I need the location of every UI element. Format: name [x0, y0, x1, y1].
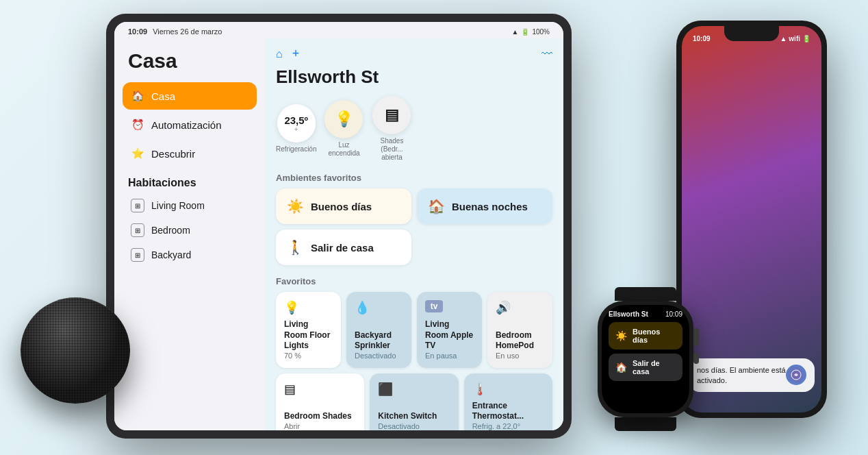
room-icon-living: ⊞ [131, 199, 144, 212]
sidebar-room-living[interactable]: ⊞ Living Room [123, 193, 257, 218]
status-pill-temp[interactable]: 23,5º + Refrigeración [276, 104, 316, 153]
watch-band-bottom [615, 417, 676, 431]
sidebar-item-descubrir[interactable]: ⭐ Descubrir [123, 140, 257, 167]
floor-lights-icon: 💡 [284, 300, 333, 315]
sidebar-descubrir-label: Descubrir [151, 148, 195, 160]
ipad-topbar: 10:09 Viernes 26 de marzo ▲ 🔋 100% [114, 22, 563, 38]
watch-button [693, 353, 699, 364]
homepod-name: Bedroom HomePod [496, 330, 544, 352]
sprinkler-name: Backyard Sprinkler [355, 330, 403, 352]
shades-circle: ▤ [372, 96, 411, 134]
sidebar-item-casa[interactable]: 🏠 Casa [123, 82, 257, 110]
ipad-time: 10:09 [128, 27, 147, 36]
iphone-screen: 10:09 ▲ wifi 🔋 nos días. El ambiente est… [682, 26, 821, 413]
kitchen-switch-name: Kitchen Switch [378, 411, 450, 422]
device-apple-tv[interactable]: tv Living Room Apple TV En pausa [417, 292, 482, 368]
watch-app-name: Ellsworth St [609, 310, 648, 318]
scene-buenas-noches[interactable]: 🏠 Buenas noches [417, 188, 552, 224]
buenas-noches-label: Buenas noches [452, 201, 528, 212]
shades-name: Bedroom Shades [284, 411, 356, 422]
device-kitchen-switch[interactable]: ⬛ Kitchen Switch Desactivado [370, 373, 458, 430]
main-container: 10:09 Viernes 26 de marzo ▲ 🔋 100% Casa [0, 0, 868, 455]
status-pill-light[interactable]: 💡 Luz encendida [324, 100, 363, 158]
room-icon-backyard: ⊞ [131, 248, 144, 262]
watch-wrapper: Ellsworth St 10:09 ☀️ Buenos días 🏠 Sali… [591, 287, 700, 431]
kitchen-switch-status: Desactivado [378, 422, 450, 430]
watch-salir-icon: 🏠 [615, 362, 627, 373]
home-nav-icon[interactable]: ⌂ [276, 48, 283, 60]
main-topbar: ⌂ + 〰 [276, 47, 552, 61]
room-bedroom-label: Bedroom [151, 225, 190, 236]
ipad-status-icons: ▲ 🔋 100% [512, 28, 550, 36]
sidebar-title: Casa [123, 49, 257, 73]
siri-indicator [786, 365, 806, 385]
ipad-date: Viernes 26 de marzo [153, 27, 222, 36]
salir-icon: 🚶 [287, 239, 304, 256]
watch-salir-label: Salir de casa [633, 359, 676, 376]
iphone-notch [724, 26, 779, 41]
homepod-body [21, 297, 130, 404]
sprinkler-icon: 💧 [355, 300, 403, 315]
watch-scene-buenos-dias[interactable]: ☀️ Buenos días [609, 322, 682, 349]
battery-icon: 🔋 [521, 28, 529, 36]
shades-icon: ▤ [284, 382, 356, 397]
favorites-section-title: Favoritos [276, 276, 552, 286]
sidebar-room-bedroom[interactable]: ⊞ Bedroom [123, 218, 257, 243]
floor-lights-status: 70 % [284, 352, 333, 360]
temp-label: Refrigeración [276, 145, 316, 153]
siri-waves-icon: 〰 [541, 48, 552, 60]
watch-scene-salir[interactable]: 🏠 Salir de casa [609, 354, 682, 381]
wifi-iphone-icon: wifi [789, 35, 800, 42]
battery-iphone-icon: 🔋 [802, 35, 810, 42]
home-icon: 🏠 [131, 89, 144, 103]
temp-value: 23,5º [284, 114, 308, 126]
status-pill-shades[interactable]: ▤ Shades (Bedr... abierta [371, 96, 412, 162]
sidebar-automatizacion-label: Automatización [151, 119, 222, 131]
scene-buenos-dias[interactable]: ☀️ Buenos días [276, 188, 411, 224]
add-button[interactable]: + [292, 47, 300, 61]
apple-tv-icon: tv [425, 300, 443, 312]
main-content: ⌂ + 〰 Ellsworth St 23,5º + [265, 38, 563, 430]
shades-status: Abrir [284, 422, 356, 430]
buenas-noches-icon: 🏠 [428, 198, 445, 214]
battery-label: 100% [532, 28, 550, 36]
apple-tv-name: Living Room Apple TV [425, 319, 474, 352]
scene-salir[interactable]: 🚶 Salir de casa [276, 230, 411, 265]
sidebar-room-backyard[interactable]: ⊞ Backyard [123, 243, 257, 267]
homepod-icon: 🔊 [496, 300, 544, 315]
homepod-mesh [21, 297, 130, 404]
watch-header: Ellsworth St 10:09 [609, 310, 682, 318]
scene-cards: ☀️ Buenos días 🏠 Buenas noches 🚶 Salir d… [276, 188, 552, 265]
rooms-section-title: Habitaciones [123, 169, 257, 193]
watch-buenos-dias-icon: ☀️ [615, 330, 627, 341]
device-homepod[interactable]: 🔊 Bedroom HomePod En uso [487, 292, 552, 368]
iphone-status-icons: ▲ wifi 🔋 [780, 35, 810, 42]
ipad-screen: 10:09 Viernes 26 de marzo ▲ 🔋 100% Casa [114, 22, 563, 430]
devices-grid: 💡 Living Room Floor Lights 70 % 💧 Backya… [276, 292, 552, 368]
status-pills: 23,5º + Refrigeración 💡 Luz encendida [276, 96, 552, 162]
device-sprinkler[interactable]: 💧 Backyard Sprinkler Desactivado [346, 292, 411, 368]
ipad-container: 10:09 Viernes 26 de marzo ▲ 🔋 100% Casa [106, 14, 572, 439]
ipad-content: Casa 🏠 Casa ⏰ Automatización ⭐ Descubrir [114, 38, 563, 430]
light-label: Luz encendida [328, 141, 359, 158]
device-entrance-thermo[interactable]: 🌡️ Entrance Thermostat... Refrig. a 22,0… [464, 373, 552, 430]
temp-unit: + [294, 126, 298, 133]
sidebar-casa-label: Casa [151, 90, 175, 102]
light-circle: 💡 [324, 100, 363, 138]
homepod-status: En uso [496, 352, 544, 360]
room-icon-bedroom: ⊞ [131, 223, 144, 237]
buenos-dias-icon: ☀️ [287, 198, 304, 214]
wifi-icon: ▲ [512, 28, 519, 36]
sprinkler-status: Desactivado [355, 352, 403, 360]
device-shades[interactable]: ▤ Bedroom Shades Abrir [276, 373, 364, 430]
sidebar-item-automatizacion[interactable]: ⏰ Automatización [123, 111, 257, 138]
siri-notification: nos días. El ambiente está activado. [689, 358, 815, 392]
device-floor-lights[interactable]: 💡 Living Room Floor Lights 70 % [276, 292, 341, 368]
main-title: Ellsworth St [276, 66, 552, 88]
entrance-thermo-name: Entrance Thermostat... [472, 401, 544, 422]
temp-circle: 23,5º + [277, 104, 316, 143]
ipad-frame: 10:09 Viernes 26 de marzo ▲ 🔋 100% Casa [106, 14, 572, 439]
room-living-label: Living Room [151, 200, 205, 211]
watch-time: 10:09 [665, 310, 682, 318]
entrance-thermo-icon: 🌡️ [472, 382, 544, 397]
